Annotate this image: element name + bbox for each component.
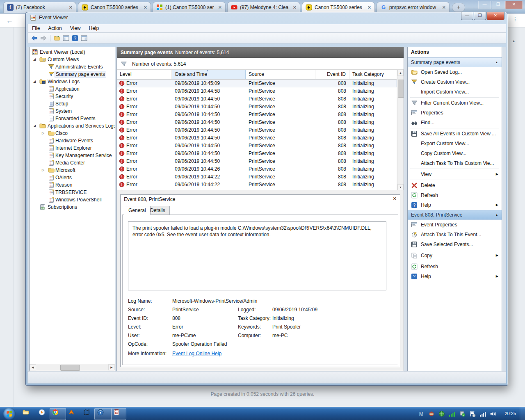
- event-row[interactable]: Error09/06/2019 10:44:50PrintService808I…: [117, 150, 397, 158]
- browser-menu-icon[interactable]: ⋮: [512, 16, 518, 22]
- browser-back-icon[interactable]: ←: [6, 16, 13, 25]
- event-row[interactable]: Error09/06/2019 10:44:58PrintService808I…: [117, 87, 397, 95]
- idm-tray-icon[interactable]: [438, 411, 445, 417]
- forward-icon[interactable]: [40, 35, 47, 41]
- action-attach-task-to-this-event[interactable]: Attach Task To This Event...: [408, 230, 502, 240]
- action-save-selected-events[interactable]: Save Selected Events...: [408, 240, 502, 249]
- action-group-header-summary-page-events[interactable]: Summary page events▴: [408, 57, 502, 67]
- tree-item-custom-views[interactable]: ◢Custom Views: [30, 56, 115, 63]
- tree-item-administrative-events[interactable]: Administrative Events: [30, 63, 115, 71]
- orange-app-icon[interactable]: [68, 409, 75, 415]
- close-preview-icon[interactable]: ✕: [393, 196, 397, 201]
- scroll-down-icon[interactable]: ▼: [397, 184, 404, 190]
- column-header-source[interactable]: Source: [246, 70, 315, 79]
- action-attach-task-to-this-custom-vie[interactable]: Attach Task To This Custom Vie...: [408, 158, 502, 168]
- red-tray-icon[interactable]: [428, 411, 435, 417]
- event-row[interactable]: Error09/06/2019 10:44:50PrintService808I…: [117, 142, 397, 150]
- event-row[interactable]: Error09/06/2019 10:44:26PrintService808I…: [117, 165, 397, 173]
- event-row[interactable]: Error09/06/2019 10:44:22PrintService808I…: [117, 173, 397, 181]
- expander-icon[interactable]: ◢: [33, 78, 36, 85]
- tree-item-media-center[interactable]: Media Center: [30, 159, 115, 167]
- tree-item-security[interactable]: Security: [30, 93, 115, 100]
- action-create-custom-view[interactable]: Create Custom View...: [408, 77, 502, 87]
- tab-close-icon[interactable]: ✕: [217, 5, 223, 10]
- page-scroll-up-icon[interactable]: ▲: [512, 39, 516, 43]
- malwarebytes-tray-icon[interactable]: M: [418, 411, 425, 417]
- tab-pnrpsvc-error-window[interactable]: Gpnrpsvc error window✕: [377, 2, 450, 13]
- scroll-up-icon[interactable]: ▲: [397, 70, 404, 76]
- action-event-properties[interactable]: Event Properties: [408, 220, 502, 230]
- collapse-icon[interactable]: ▴: [496, 210, 498, 219]
- new-tab-button[interactable]: +: [452, 3, 465, 12]
- event-viewer-taskbar-icon[interactable]: [113, 409, 120, 415]
- action-pane-icon[interactable]: [81, 35, 87, 41]
- action-save-all-events-in-custom-view[interactable]: Save All Events in Custom View ...: [408, 129, 502, 139]
- menu-help[interactable]: Help: [85, 25, 103, 31]
- column-header-event-id[interactable]: Event ID: [315, 70, 349, 79]
- tab-1-canon-ts5000-ser[interactable]: (1) Canon TS5000 ser✕: [153, 2, 226, 13]
- tree-item-windows-logs[interactable]: ◢Windows Logs: [30, 78, 115, 85]
- minimize-button[interactable]: —: [461, 12, 473, 20]
- tree-item-application[interactable]: Application: [30, 85, 115, 93]
- start-button[interactable]: [3, 408, 16, 420]
- network-signal-icon[interactable]: [479, 411, 486, 417]
- tree-item-windows-powershell[interactable]: Windows PowerShell: [30, 196, 115, 203]
- action-view[interactable]: View▶: [408, 169, 502, 179]
- column-header-date-and-time[interactable]: ▴Date and Time: [172, 70, 246, 79]
- event-row[interactable]: Error09/06/2019 10:44:50PrintService808I…: [117, 158, 397, 165]
- event-row[interactable]: Error09/06/2019 10:45:09PrintService808I…: [117, 80, 397, 87]
- tab-canon-ts5000-series[interactable]: Canon TS5000 series✕: [302, 2, 375, 13]
- tree-item-summary-page-events[interactable]: Summary page events: [30, 71, 115, 78]
- tree-item-system[interactable]: System: [30, 107, 115, 115]
- tree-item-applications-and-services-logs[interactable]: ◢Applications and Services Logs: [30, 122, 115, 130]
- action-help[interactable]: ?Help▶: [408, 200, 502, 210]
- action-open-saved-log[interactable]: Open Saved Log...: [408, 67, 502, 77]
- help-toolbar-icon[interactable]: ?: [72, 35, 78, 41]
- tab-close-icon[interactable]: ✕: [292, 5, 297, 10]
- event-row[interactable]: Error09/06/2019 10:44:50PrintService808I…: [117, 95, 397, 103]
- tab-canon-ts5000-series[interactable]: Canon TS5000 series✕: [78, 2, 151, 13]
- event-row[interactable]: Error09/06/2019 10:44:50PrintService808I…: [117, 111, 397, 119]
- tree-item-oalerts[interactable]: OAlerts: [30, 174, 115, 181]
- menu-view[interactable]: View: [66, 25, 85, 31]
- column-header-level[interactable]: Level: [117, 70, 172, 79]
- browser-restore-button[interactable]: ❐: [492, 1, 504, 9]
- scroll-thumb[interactable]: [398, 80, 404, 98]
- expander-icon[interactable]: ◢: [33, 122, 36, 130]
- action-import-custom-view[interactable]: Import Custom View...: [408, 87, 502, 97]
- tree-item-microsoft[interactable]: ▷Microsoft: [30, 167, 115, 174]
- volume-icon[interactable]: [490, 411, 496, 417]
- browser-close-button[interactable]: ✕: [505, 1, 523, 9]
- event-row[interactable]: Error09/06/2019 10:44:50PrintService808I…: [117, 103, 397, 111]
- taskbar-clock[interactable]: 20:25: [504, 411, 516, 416]
- event-row[interactable]: Error09/06/2019 10:44:50PrintService808I…: [117, 126, 397, 134]
- close-button[interactable]: ✕: [486, 12, 504, 20]
- tab-general[interactable]: General: [124, 206, 151, 215]
- event-row[interactable]: Error09/06/2019 10:44:50PrintService808I…: [117, 119, 397, 126]
- explorer-icon[interactable]: [23, 409, 29, 415]
- action-find[interactable]: Find...: [408, 118, 502, 128]
- event-row[interactable]: Error09/06/2019 10:44:22PrintService808I…: [117, 189, 397, 190]
- tab-close-icon[interactable]: ✕: [367, 5, 372, 10]
- expander-icon[interactable]: ▷: [42, 130, 44, 137]
- tree-item-reason[interactable]: Reason: [30, 181, 115, 189]
- menu-file[interactable]: File: [28, 25, 44, 31]
- event-list-scrollbar[interactable]: ▲ ▼: [397, 70, 404, 190]
- tree-item-setup[interactable]: Setup: [30, 100, 115, 107]
- scroll-left-icon[interactable]: ◀: [30, 364, 36, 370]
- browser-minimize-button[interactable]: —: [478, 1, 491, 9]
- menu-action[interactable]: Action: [44, 25, 66, 31]
- event-log-online-help-link[interactable]: Event Log Online Help: [172, 351, 221, 356]
- action-center-flag-icon[interactable]: [469, 411, 476, 417]
- signal-green-icon[interactable]: [449, 411, 455, 417]
- usb-safely-remove-icon[interactable]: [459, 411, 466, 417]
- tree-item-internet-explorer[interactable]: Internet Explorer: [30, 144, 115, 152]
- chrome-icon[interactable]: [52, 409, 59, 415]
- action-delete[interactable]: Delete: [408, 180, 502, 190]
- column-header-task-category[interactable]: Task Category: [349, 70, 397, 79]
- tree-item-cisco[interactable]: ▷Cisco: [30, 130, 115, 137]
- action-refresh[interactable]: Refresh: [408, 262, 502, 272]
- tree-item-subscriptions[interactable]: Subscriptions: [30, 203, 115, 211]
- action-copy-custom-view[interactable]: Copy Custom View...: [408, 148, 502, 158]
- show-desktop-button[interactable]: [520, 407, 525, 420]
